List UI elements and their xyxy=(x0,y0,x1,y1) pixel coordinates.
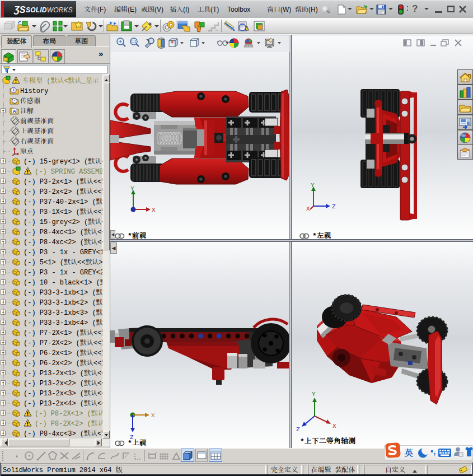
svg-text:Y: Y xyxy=(312,391,316,398)
svg-text:A: A xyxy=(13,109,17,114)
svg-text:X: X xyxy=(151,412,155,419)
svg-text:Y: Y xyxy=(311,182,315,189)
svg-text:ƷS: ƷS xyxy=(13,5,26,15)
svg-text:X: X xyxy=(332,423,336,430)
svg-text:Z: Z xyxy=(332,203,336,210)
svg-text:X: X xyxy=(152,207,156,213)
svg-text:Z: Z xyxy=(296,426,300,433)
svg-text:Y: Y xyxy=(130,185,134,192)
svg-text:SOLIDWORKS: SOLIDWORKS xyxy=(26,6,73,14)
svg-text:X: X xyxy=(306,206,310,212)
